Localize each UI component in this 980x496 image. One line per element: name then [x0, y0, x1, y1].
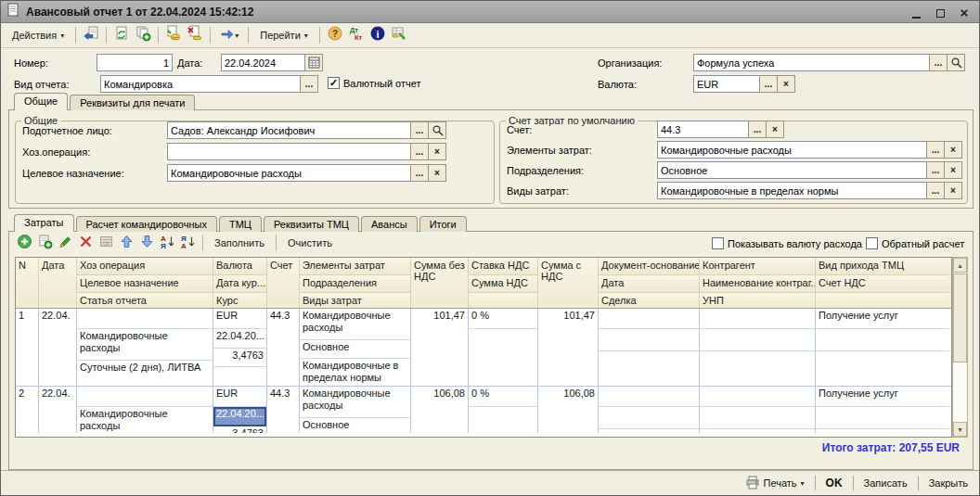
cell-operation[interactable] — [77, 387, 213, 407]
cell-n[interactable]: 1 — [16, 309, 38, 329]
cell-departments[interactable]: Основное — [300, 418, 410, 433]
scroll-down-arrow[interactable]: ▼ — [953, 422, 967, 437]
tab-tmc-details[interactable]: Реквизиты ТМЦ — [264, 216, 359, 232]
cell-currency[interactable]: EUR — [213, 309, 266, 329]
copy-document-button[interactable] — [133, 25, 153, 45]
person-select-button[interactable]: ... — [410, 121, 429, 139]
cell-account-space[interactable] — [267, 407, 299, 433]
cell-sum-with-vat[interactable]: 106,08 — [538, 387, 598, 407]
currency-clear-button[interactable]: × — [777, 75, 795, 93]
currency-select-button[interactable]: ... — [759, 75, 778, 93]
calendar-button[interactable] — [304, 54, 323, 71]
cell-n-space[interactable] — [16, 329, 38, 386]
cost-elements-input[interactable]: Командировочные расходы — [657, 141, 927, 159]
cell-sumvat-space[interactable] — [538, 329, 598, 386]
move-down-button[interactable] — [137, 234, 156, 252]
cell-contractor[interactable] — [700, 387, 815, 407]
cell-purpose[interactable]: Командировочные расходы — [77, 329, 213, 361]
organization-search-button[interactable] — [947, 54, 965, 71]
save-button[interactable]: Записать — [860, 476, 911, 490]
cell-operation[interactable] — [77, 309, 213, 329]
account-input[interactable]: 44.3 — [657, 121, 749, 138]
cell-base-document[interactable] — [599, 309, 699, 329]
cell-account[interactable]: 44.3 — [267, 309, 299, 329]
cell-rate[interactable]: 3,4763 — [213, 349, 266, 367]
currency-input[interactable]: EUR — [693, 75, 760, 93]
close-window-button[interactable]: Закрыть — [925, 476, 972, 490]
cost-types-select-button[interactable]: ... — [926, 182, 945, 199]
cell-deal[interactable] — [599, 429, 699, 433]
cell-unp[interactable] — [700, 429, 815, 433]
cell-contractor-name[interactable] — [700, 329, 815, 351]
unpost-document-button[interactable] — [185, 25, 205, 45]
minimize-button[interactable] — [909, 6, 923, 19]
output-menu-button[interactable]: ▾ — [215, 25, 243, 45]
show-currency-checkbox[interactable] — [712, 237, 724, 249]
cell-sum-space[interactable] — [411, 407, 468, 433]
departments-select-button[interactable]: ... — [926, 161, 945, 179]
cell-cost-elements[interactable]: Командировочные расходы — [300, 387, 410, 418]
operation-input[interactable] — [167, 143, 411, 160]
account-select-button[interactable]: ... — [748, 121, 767, 138]
report-type-input[interactable]: Командировка — [100, 75, 301, 93]
cell-currency[interactable]: EUR — [213, 387, 266, 407]
info-button[interactable]: i — [368, 25, 388, 45]
departments-field[interactable]: Основное ... × — [657, 161, 962, 179]
purpose-clear-button[interactable]: × — [428, 164, 446, 182]
cell-vat-account[interactable] — [816, 329, 949, 351]
organization-field[interactable]: Формула успеха ... — [693, 54, 965, 71]
maximize-button[interactable] — [933, 6, 948, 19]
cell-account[interactable]: 44.3 — [267, 387, 299, 407]
cell-currency-space[interactable] — [213, 367, 266, 386]
cell-departments[interactable]: Основное — [300, 340, 410, 359]
dtkt-button[interactable]: ДтКт — [346, 25, 367, 45]
cell-report-item[interactable]: Суточные (2 дня), ЛИТВА — [77, 361, 213, 386]
report-type-field[interactable]: Командировка ... — [100, 75, 318, 93]
date-field[interactable]: 22.04.2024 — [221, 54, 323, 71]
cell-contractor[interactable] — [700, 309, 815, 329]
cost-elements-clear-button[interactable]: × — [944, 141, 962, 159]
report-button[interactable] — [389, 25, 409, 45]
goto-menu-button[interactable]: Перейти ▾ — [253, 26, 315, 45]
cell-doc-date[interactable] — [599, 407, 699, 429]
scroll-track[interactable] — [953, 362, 967, 422]
tab-costs[interactable]: Затраты — [14, 214, 74, 232]
fill-button[interactable]: Заполнить — [209, 235, 270, 250]
cell-rate-date-selected[interactable]: 22.04.20... — [213, 407, 266, 426]
cell-tmc-receipt[interactable]: Получение услуг — [816, 309, 949, 329]
organization-input[interactable]: Формула успеха — [693, 54, 930, 71]
move-up-button[interactable] — [117, 234, 135, 252]
copy-row-button[interactable] — [35, 234, 54, 252]
cell-contractor-name[interactable] — [700, 407, 815, 429]
cost-elements-select-button[interactable]: ... — [926, 141, 945, 159]
sort-ascending-button[interactable]: АЯ — [158, 234, 176, 252]
reverse-calc-checkbox[interactable] — [866, 237, 878, 249]
cell-date[interactable]: 22.04. — [39, 387, 76, 407]
clear-button[interactable]: Очистить — [282, 235, 338, 250]
cell-vat-sum[interactable] — [469, 407, 537, 433]
cell-vat-sum[interactable] — [469, 329, 537, 386]
operation-clear-button[interactable]: × — [428, 143, 446, 160]
departments-clear-button[interactable]: × — [944, 161, 962, 179]
cell-account-space[interactable] — [267, 329, 299, 386]
number-input[interactable]: 1 — [97, 54, 173, 71]
report-type-select-button[interactable]: ... — [300, 75, 318, 93]
cell-cost-elements[interactable]: Командировочные расходы — [300, 309, 410, 340]
purpose-select-button[interactable]: ... — [410, 164, 429, 182]
person-field[interactable]: Садов: Александр Иосифович ... — [167, 121, 446, 139]
purpose-field[interactable]: Командировочные расходы ... × — [167, 164, 446, 182]
account-field[interactable]: 44.3 ... × — [657, 121, 784, 138]
sort-descending-button[interactable]: ЯА — [178, 234, 197, 252]
cell-date-space[interactable] — [39, 407, 76, 433]
cell-n[interactable]: 2 — [16, 387, 38, 407]
cell-sum-with-vat[interactable]: 101,47 — [538, 309, 598, 329]
currency-field[interactable]: EUR ... × — [693, 75, 795, 93]
cell-n-space[interactable] — [16, 407, 38, 433]
cell-rate[interactable]: 3,4763 — [213, 426, 266, 433]
cell-cost-types[interactable]: Командировочные в пределах нормы — [300, 359, 410, 386]
cell-purpose[interactable]: Командировочные расходы — [77, 407, 213, 433]
cell-sum-no-vat[interactable]: 101,47 — [411, 309, 468, 329]
organization-select-button[interactable]: ... — [929, 54, 948, 71]
cell-tmc-receipt[interactable]: Получение услуг — [816, 387, 949, 407]
person-search-button[interactable] — [428, 121, 446, 139]
